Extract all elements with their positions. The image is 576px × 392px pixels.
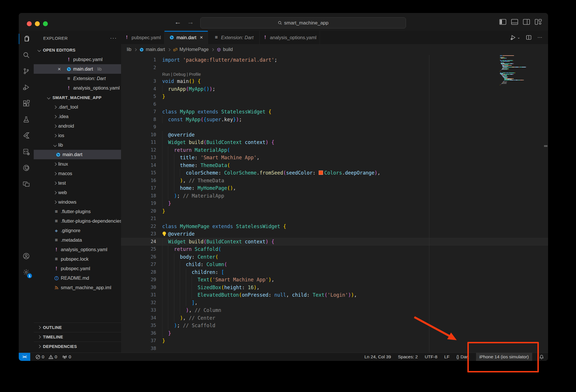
title-bar: ← → smart_machine_app: [19, 13, 548, 31]
explorer-icon[interactable]: [19, 31, 34, 47]
maximize-window-button[interactable]: [43, 21, 48, 26]
dart-file-icon: [66, 67, 71, 71]
settings-gear-icon[interactable]: 1: [19, 264, 34, 280]
github-icon[interactable]: [19, 160, 34, 176]
eol-status[interactable]: LF: [444, 354, 450, 359]
toggle-panel-icon[interactable]: [511, 19, 518, 25]
search-icon[interactable]: [19, 47, 34, 63]
tree-item-label: .idea: [58, 114, 69, 119]
devtools-icon[interactable]: [19, 144, 34, 160]
breadcrumb-item-lib[interactable]: lib: [127, 47, 131, 52]
tree-item-readme-md[interactable]: README.md: [34, 273, 121, 283]
radio-tower-icon: [62, 355, 67, 359]
tab-main-dart[interactable]: main.dart×: [165, 31, 208, 44]
tree-item-label: lib: [58, 142, 63, 148]
minimap[interactable]: [500, 55, 543, 86]
tree-item-main-dart[interactable]: main.dart: [34, 150, 121, 159]
section-outline[interactable]: OUTLINE: [34, 323, 121, 332]
remote-indicator[interactable]: ><: [19, 353, 30, 361]
remote-explorer-icon[interactable]: [19, 176, 34, 192]
ports-status[interactable]: 0: [62, 354, 71, 359]
run-or-debug-icon[interactable]: ⌄: [510, 34, 520, 41]
line-number: 19: [121, 200, 156, 207]
extensions-icon[interactable]: [19, 95, 34, 111]
tree-item-web[interactable]: web: [34, 188, 121, 197]
section-dependencies[interactable]: DEPENDENCIES: [34, 342, 121, 351]
customize-layout-icon[interactable]: [535, 19, 542, 25]
tree-item-label: pubspec.yaml: [61, 266, 90, 271]
code-line-32: 32 ],: [121, 299, 548, 307]
tree-item-windows[interactable]: windows: [34, 197, 121, 207]
language-status[interactable]: {} Dart: [456, 354, 469, 359]
minimap-line: [500, 69, 543, 69]
tree-item-android[interactable]: android: [34, 121, 121, 131]
tree-item--metadata[interactable]: ≡.metadata: [34, 235, 121, 245]
scrollbar-marker[interactable]: [544, 145, 547, 147]
tree-item-lib[interactable]: lib: [34, 140, 121, 150]
code-line-14: 14 theme: ThemeData(: [121, 162, 548, 169]
flutter-icon[interactable]: [19, 128, 34, 144]
minimap-line: [500, 82, 543, 82]
breadcrumb-item-myhomepage[interactable]: MyHomePage: [173, 47, 209, 52]
run-and-debug-icon[interactable]: [19, 79, 34, 95]
forward-icon[interactable]: →: [187, 18, 194, 26]
source-control-icon[interactable]: [19, 63, 34, 79]
close-window-button[interactable]: [27, 21, 32, 26]
section-timeline[interactable]: TIMELINE: [34, 332, 121, 342]
tree-item-smart-machine-app-iml[interactable]: smart_machine_app.iml: [34, 283, 121, 292]
tree-item-macos[interactable]: macos: [34, 169, 121, 178]
problems-status[interactable]: 0 0: [35, 354, 57, 359]
tree-item-linux[interactable]: linux: [34, 159, 121, 169]
chevron-right-icon: [37, 345, 41, 348]
tree-item-analysis-options-yaml[interactable]: !analysis_options.yaml: [34, 245, 121, 254]
encoding-status[interactable]: UTF-8: [425, 354, 437, 359]
sidebar-header: EXPLORER ···: [34, 31, 121, 45]
line-number: 34: [121, 314, 156, 322]
open-editor-main-dart[interactable]: ×main.dartlib: [34, 64, 121, 74]
tab-extension-dart[interactable]: ≡Extension: Dart: [208, 31, 260, 44]
close-icon: ×: [58, 66, 61, 72]
line-number: 32: [121, 299, 156, 307]
chevron-right-icon: [53, 200, 56, 204]
tree-item-ios[interactable]: ios: [34, 131, 121, 140]
code-line-35: 35 ); // Scaffold: [121, 322, 548, 329]
more-actions-icon[interactable]: ···: [537, 35, 542, 40]
command-center-search[interactable]: smart_machine_app: [200, 17, 406, 29]
code-editor[interactable]: 1import 'package:flutter/material.dart';…: [121, 55, 548, 353]
cursor-position-status[interactable]: Ln 24, Col 39: [365, 354, 391, 359]
explorer-actions-icon[interactable]: ···: [110, 35, 117, 41]
split-editor-icon[interactable]: [526, 34, 532, 41]
tree-item--flutter-plugins-dependencies[interactable]: ≡.flutter-plugins-dependencies: [34, 216, 121, 226]
chevron-right-icon: [37, 326, 41, 329]
account-icon[interactable]: [19, 248, 34, 264]
line-number: 10: [121, 131, 156, 139]
close-icon: ×: [200, 34, 203, 41]
minimize-window-button[interactable]: [35, 21, 40, 26]
chevron-right-icon: [37, 335, 41, 338]
tab-pubspec-yaml[interactable]: !pubspec.yaml: [121, 31, 165, 44]
tree-item-test[interactable]: test: [34, 178, 121, 188]
breadcrumb-item-build[interactable]: build: [216, 47, 233, 52]
project-root-header[interactable]: SMART_MACHINE_APP: [34, 93, 121, 102]
testing-icon[interactable]: [19, 111, 34, 128]
open-editor-extension-dart[interactable]: ≡Extension: Dart: [34, 74, 121, 83]
breadcrumb-item-main-dart[interactable]: main.dart: [139, 47, 165, 52]
tree-item-pubspec-lock[interactable]: ≡pubspec.lock: [34, 254, 121, 264]
back-icon[interactable]: ←: [174, 18, 181, 26]
explorer-sidebar: EXPLORER ··· OPEN EDITORS !pubspec.yaml×…: [34, 31, 121, 353]
open-editor-pubspec-yaml[interactable]: !pubspec.yaml: [34, 55, 121, 64]
open-editors-header[interactable]: OPEN EDITORS: [34, 45, 121, 55]
open-editor-analysis-options-yaml[interactable]: !analysis_options.yaml: [34, 83, 121, 93]
tree-item--idea[interactable]: .idea: [34, 112, 121, 121]
tree-item-pubspec-yaml[interactable]: !pubspec.yaml: [34, 264, 121, 273]
toggle-sidebar-icon[interactable]: [499, 19, 506, 25]
bell-icon[interactable]: [539, 355, 544, 359]
indentation-status[interactable]: Spaces: 2: [398, 354, 418, 359]
tree-item-label: windows: [58, 199, 76, 205]
toggle-secondary-sidebar-icon[interactable]: [523, 19, 530, 25]
tree-item--gitignore[interactable]: ◆.gitignore: [34, 226, 121, 235]
tree-item--dart-tool[interactable]: .dart_tool: [34, 102, 121, 112]
tree-item--flutter-plugins[interactable]: ≡.flutter-plugins: [34, 207, 121, 216]
codelens-run-debug-profile[interactable]: Run | Debug | Profile: [121, 71, 548, 77]
tab-analysis-options-yaml[interactable]: !analysis_options.yaml: [260, 31, 320, 44]
